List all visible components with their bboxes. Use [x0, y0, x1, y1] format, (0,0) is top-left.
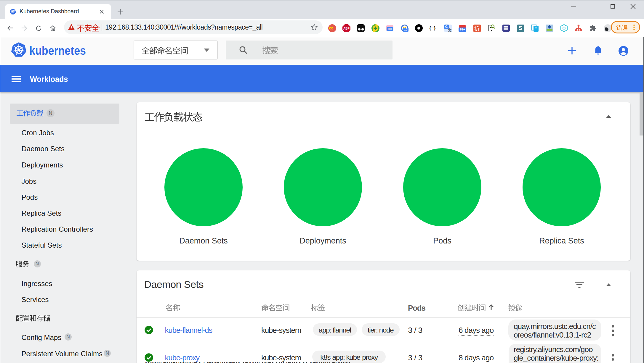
- svg-text:ABP: ABP: [343, 27, 350, 30]
